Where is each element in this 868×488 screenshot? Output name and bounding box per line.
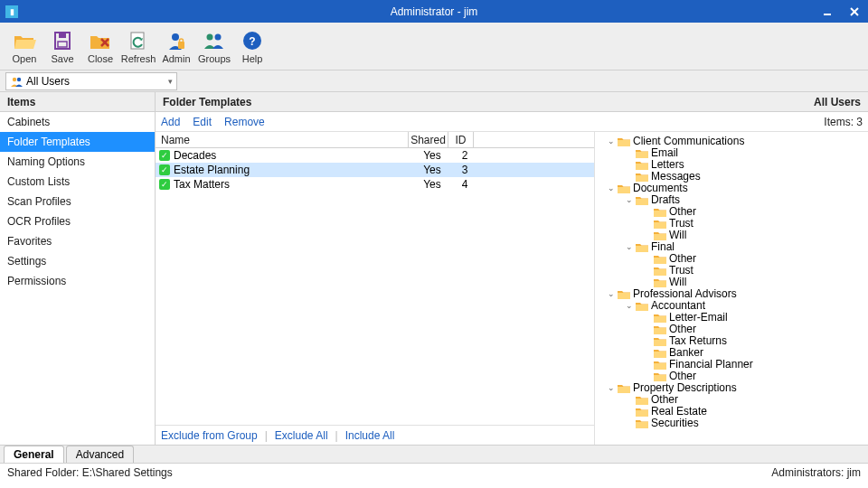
tree-toggle[interactable]: ⌄ [624, 194, 635, 206]
sidebar-item-ocr-profiles[interactable]: OCR Profiles [0, 211, 155, 231]
tab-advanced[interactable]: Advanced [66, 446, 134, 463]
tree-node[interactable]: Other [602, 206, 861, 218]
sidebar-item-naming-options[interactable]: Naming Options [0, 152, 155, 172]
tree-node[interactable]: ⌄Professional Advisors [602, 288, 861, 300]
sidebar-item-custom-lists[interactable]: Custom Lists [0, 172, 155, 192]
folder-icon [654, 313, 666, 323]
templates-list: Name Shared ID ✓DecadesYes2✓Estate Plann… [156, 132, 595, 445]
tree-node[interactable]: ⌄Documents [602, 183, 861, 194]
svg-rect-4 [59, 33, 66, 38]
chevron-down-icon: ▾ [168, 77, 173, 86]
tree-node[interactable]: ⌄Final [602, 241, 861, 253]
main-header: Folder Templates All Users [156, 92, 868, 112]
open-icon [13, 29, 36, 52]
open-button[interactable]: Open [5, 24, 43, 68]
tab-general[interactable]: General [4, 446, 64, 463]
svg-rect-11 [180, 39, 184, 42]
user-filter-dropdown[interactable]: All Users ▾ [5, 72, 177, 90]
tree-node[interactable]: Letters [602, 159, 861, 171]
tree-node[interactable]: Securities [602, 418, 861, 429]
folder-icon [636, 160, 648, 170]
template-row[interactable]: ✓Estate PlanningYes3 [156, 163, 594, 177]
sidebar-item-cabinets[interactable]: Cabinets [0, 112, 155, 132]
folder-icon [618, 183, 630, 193]
svg-rect-5 [58, 42, 67, 47]
tree-toggle[interactable]: ⌄ [606, 382, 617, 394]
folder-icon [654, 207, 666, 217]
refresh-button[interactable]: Refresh [119, 24, 157, 68]
remove-link[interactable]: Remove [224, 116, 265, 128]
svg-point-17 [17, 77, 21, 80]
template-row[interactable]: ✓Tax MattersYes4 [156, 177, 594, 192]
exclude-from-group-link[interactable]: Exclude from Group [161, 429, 258, 442]
tree-node[interactable]: ⌄Client Communications [602, 136, 861, 147]
tree-node[interactable]: ⌄Property Descriptions [602, 382, 861, 394]
add-link[interactable]: Add [161, 116, 180, 128]
admin-icon [165, 29, 188, 52]
tree-node[interactable]: Email [602, 147, 861, 159]
folder-icon [636, 418, 648, 428]
main-title: Folder Templates [163, 96, 251, 108]
users-icon [10, 76, 23, 87]
tree-toggle[interactable]: ⌄ [624, 241, 635, 253]
folder-icon [618, 136, 630, 146]
include-all-link[interactable]: Include All [345, 429, 395, 442]
tree-node[interactable]: Letter-Email [602, 312, 861, 324]
sidebar-header: Items [0, 92, 155, 112]
tree-node[interactable]: Will [602, 230, 861, 241]
tree-node[interactable]: ⌄Drafts [602, 194, 861, 206]
sidebar-item-scan-profiles[interactable]: Scan Profiles [0, 192, 155, 211]
sidebar: Items CabinetsFolder TemplatesNaming Opt… [0, 92, 156, 445]
tree-toggle[interactable]: ⌄ [606, 288, 617, 300]
content-area: Items CabinetsFolder TemplatesNaming Opt… [0, 92, 868, 445]
tree-node[interactable]: Tax Returns [602, 335, 861, 347]
svg-text:?: ? [249, 35, 255, 48]
close-button[interactable] [841, 0, 868, 23]
template-row[interactable]: ✓DecadesYes2 [156, 148, 594, 163]
tree-node[interactable]: ⌄Accountant [602, 300, 861, 312]
edit-link[interactable]: Edit [193, 116, 212, 128]
exclude-all-link[interactable]: Exclude All [275, 429, 328, 442]
tree-node[interactable]: Trust [602, 265, 861, 277]
tree-node[interactable]: Other [602, 253, 861, 265]
save-button[interactable]: Save [43, 24, 81, 68]
status-right: Administrators: jim [771, 466, 861, 479]
groups-button[interactable]: Groups [195, 24, 233, 68]
folder-icon [654, 348, 666, 358]
items-count: Items: 3 [824, 116, 863, 128]
tree-label: Securities [651, 418, 699, 429]
filter-bar: All Users ▾ [0, 70, 868, 92]
close-button[interactable]: Close [81, 24, 119, 68]
action-bar: Add Edit Remove Items: 3 [156, 112, 868, 132]
sidebar-item-permissions[interactable]: Permissions [0, 271, 155, 291]
window-title: Administrator - jim [391, 5, 478, 18]
admin-button[interactable]: Admin [157, 24, 195, 68]
tree-node[interactable]: Other [602, 394, 861, 406]
sidebar-item-settings[interactable]: Settings [0, 251, 155, 271]
bottom-tabs: General Advanced [0, 445, 868, 463]
main-body: Name Shared ID ✓DecadesYes2✓Estate Plann… [156, 132, 868, 445]
col-id[interactable]: ID [448, 132, 474, 147]
sidebar-item-folder-templates[interactable]: Folder Templates [0, 132, 155, 152]
tree-node[interactable]: Other [602, 324, 861, 335]
tree-node[interactable]: Trust [602, 218, 861, 230]
refresh-icon [127, 29, 150, 52]
help-button[interactable]: ?Help [233, 24, 271, 68]
tree-toggle[interactable]: ⌄ [606, 136, 617, 147]
list-header: Name Shared ID [156, 132, 594, 148]
tree-label: Property Descriptions [633, 382, 737, 394]
tree-node[interactable]: Financial Planner [602, 359, 861, 371]
folder-icon [618, 289, 630, 299]
col-shared[interactable]: Shared [409, 132, 448, 147]
help-icon: ? [241, 29, 264, 52]
folder-icon [618, 383, 630, 393]
tree-toggle[interactable]: ⌄ [624, 300, 635, 312]
title-bar: ▮ Administrator - jim [0, 0, 868, 23]
minimize-button[interactable] [814, 0, 841, 23]
sidebar-item-favorites[interactable]: Favorites [0, 231, 155, 251]
col-name[interactable]: Name [156, 132, 409, 147]
tree-toggle[interactable]: ⌄ [606, 183, 617, 194]
svg-point-13 [215, 33, 222, 40]
tree-node[interactable]: Real Estate [602, 406, 861, 418]
folder-icon [654, 336, 666, 346]
